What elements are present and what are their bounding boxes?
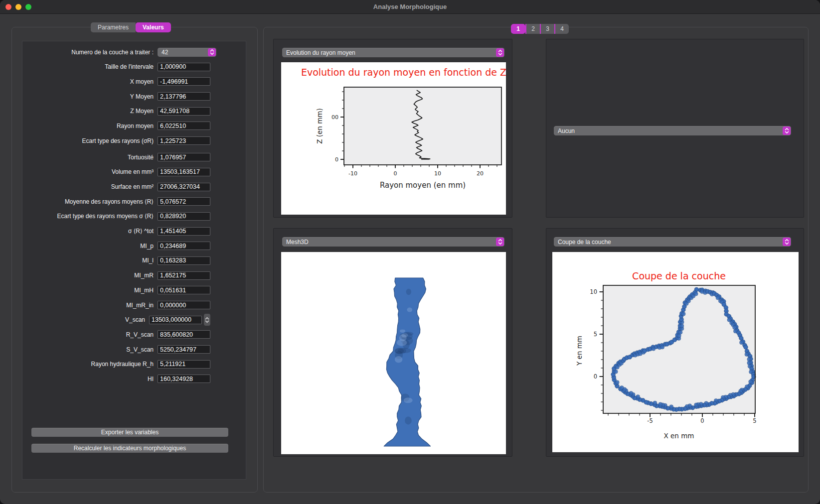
dropdown-label: 42	[162, 49, 168, 56]
field-row: Volume en mm³	[22, 168, 210, 176]
value-field-r-tot[interactable]	[158, 227, 210, 236]
field-row: MI_l	[22, 256, 210, 265]
stepper-icon	[496, 238, 504, 246]
field-row: MI_p	[22, 242, 210, 250]
field-label: R_V_scan	[22, 331, 158, 338]
field-label: MI_mR	[22, 272, 158, 279]
svg-text:5: 5	[753, 417, 756, 424]
value-field-v-scan[interactable]	[149, 316, 202, 324]
field-row: Surface en mm²	[22, 183, 210, 191]
field-row: MI_mR	[22, 271, 210, 280]
value-field-volume-en-mm[interactable]	[158, 168, 210, 176]
tab-parametres[interactable]: Parametres	[91, 22, 136, 32]
aucun-panel: Aucun	[546, 39, 804, 218]
field-label: S_V_scan	[22, 346, 158, 353]
window-title: Analyse Morphologique	[373, 3, 447, 10]
page-tab-2[interactable]: 2	[525, 24, 540, 34]
svg-text:0: 0	[335, 156, 338, 163]
recalculate-indicators-button[interactable]: Recalculer les indicateurs morphologique…	[31, 444, 228, 453]
close-window-button[interactable]	[5, 4, 11, 10]
field-label: HI	[22, 376, 158, 382]
traffic-lights	[5, 0, 31, 14]
export-variables-button[interactable]: Exporter les variables	[31, 428, 228, 437]
stepper-icon	[783, 126, 791, 135]
field-label: Numero de la couche a traiter :	[22, 49, 158, 56]
field-row: Taille de l'intervale	[22, 63, 210, 71]
field-label: MI_mR_in	[22, 302, 158, 309]
value-field-ecart-type-des-rayons-r[interactable]	[158, 136, 210, 145]
field-label: Ecart type des rayons (σR)	[22, 137, 158, 144]
value-field-mi-mh[interactable]	[158, 286, 210, 294]
field-row: X moyen	[22, 77, 210, 86]
v-scan-stepper[interactable]	[204, 314, 210, 326]
field-label: Z Moyen	[22, 108, 158, 115]
minimize-window-button[interactable]	[15, 4, 21, 10]
field-label: Volume en mm³	[22, 168, 158, 175]
value-field-mi-mr[interactable]	[158, 271, 210, 280]
svg-text:X en mm: X en mm	[664, 432, 694, 440]
field-row: S_V_scan	[22, 345, 210, 354]
dropdown-label: Coupe de la couche	[558, 239, 611, 246]
value-field-mi-l[interactable]	[158, 256, 210, 265]
value-field-hi[interactable]	[158, 375, 210, 383]
value-field-ecart-type-des-rayons-moyens-r[interactable]	[158, 212, 210, 221]
value-field-rayon-hydraulique-r-h[interactable]	[158, 360, 210, 369]
field-row: MI_mH	[22, 286, 210, 294]
dropdown-label: Mesh3D	[286, 239, 309, 246]
page-tab-4[interactable]: 4	[554, 24, 569, 34]
evolution-chart-canvas: Evolution du rayon moyen en fonction de …	[281, 62, 506, 215]
page-tab-1[interactable]: 1	[511, 24, 525, 34]
value-field-y-moyen[interactable]	[158, 92, 210, 101]
mesh3d-dropdown[interactable]: Mesh3D	[282, 237, 504, 247]
tab-valeurs[interactable]: Valeurs	[136, 22, 171, 32]
svg-text:0: 0	[700, 417, 704, 424]
mesh3d-canvas[interactable]	[281, 252, 506, 454]
svg-text:0: 0	[594, 373, 597, 380]
value-field-z-moyen[interactable]	[158, 107, 210, 116]
page-tab-3[interactable]: 3	[540, 24, 554, 34]
coupe-panel: Coupe de la couche Coupe de la couche-50…	[546, 228, 804, 457]
dropdown-label: Evolution du rayon moyen	[286, 49, 355, 56]
value-field-mi-mr-in[interactable]	[158, 301, 210, 309]
aucun-dropdown[interactable]: Aucun	[554, 126, 791, 135]
svg-text:20: 20	[477, 170, 484, 177]
field-row: Rayon moyen	[22, 122, 210, 130]
svg-text:-5: -5	[647, 417, 653, 424]
evolution-dropdown[interactable]: Evolution du rayon moyen	[282, 48, 504, 57]
coupe-dropdown[interactable]: Coupe de la couche	[554, 237, 791, 247]
field-label: Y Moyen	[22, 93, 158, 100]
field-label: MI_mH	[22, 287, 158, 294]
svg-text:10: 10	[434, 170, 441, 177]
field-row: V_scan	[22, 316, 210, 324]
zoom-window-button[interactable]	[25, 4, 31, 10]
main-content: ParametresValeurs Numero de la couche a …	[0, 14, 820, 504]
value-field-s-v-scan[interactable]	[158, 345, 210, 354]
field-label: X moyen	[22, 78, 158, 85]
svg-text:5: 5	[594, 331, 597, 338]
value-field-moyenne-des-rayons-moyens-r[interactable]	[158, 197, 210, 206]
svg-text:Z (en mm): Z (en mm)	[316, 108, 324, 144]
field-label: MI_l	[22, 257, 158, 264]
evolution-panel: Evolution du rayon moyen Evolution du ra…	[273, 39, 512, 218]
value-field-r-v-scan[interactable]	[158, 330, 210, 339]
value-field-taille-de-l-intervale[interactable]	[158, 63, 210, 71]
value-field-mi-p[interactable]	[158, 242, 210, 250]
value-field-surface-en-mm[interactable]	[158, 183, 210, 191]
svg-text:0: 0	[394, 170, 397, 177]
field-label: Moyenne des rayons moyens ⟨R⟩	[22, 198, 158, 205]
field-row: σ ⟨R⟩ ^tot	[22, 227, 210, 236]
field-row: Z Moyen	[22, 107, 210, 116]
field-label: Tortuosité	[22, 154, 158, 161]
mesh3d-svg	[281, 252, 506, 454]
field-label: MI_p	[22, 243, 158, 250]
svg-text:Y en mm: Y en mm	[575, 336, 583, 366]
field-label: Ecart type des rayons moyens σ ⟨R⟩	[22, 213, 158, 220]
value-field-x-moyen[interactable]	[158, 77, 210, 86]
page-tabs: 1234	[511, 24, 569, 34]
layer-number-dropdown[interactable]: 42	[158, 48, 216, 57]
value-field-tortuosit[interactable]	[158, 153, 210, 161]
value-field-rayon-moyen[interactable]	[158, 122, 210, 130]
field-row: Ecart type des rayons (σR)	[22, 136, 210, 145]
field-row: HI	[22, 375, 210, 383]
field-row: Moyenne des rayons moyens ⟨R⟩	[22, 197, 210, 206]
